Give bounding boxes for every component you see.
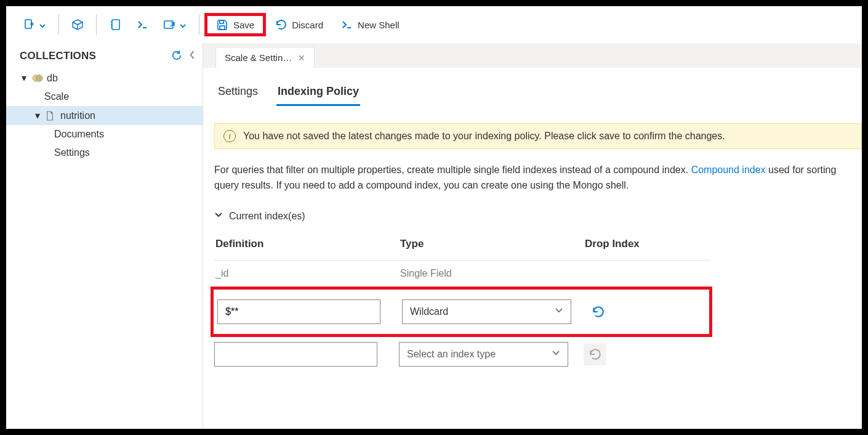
cube-icon <box>71 18 84 31</box>
add-doc-icon <box>23 18 35 31</box>
open-panel-icon <box>163 18 175 31</box>
info-icon: i <box>223 130 236 142</box>
index-table: Definition Type Drop Index _id Single Fi… <box>214 234 710 372</box>
compound-index-link[interactable]: Compound index <box>691 165 766 175</box>
cube-button[interactable] <box>64 14 91 36</box>
svg-rect-14 <box>220 20 223 23</box>
settings-panel: Settings Indexing Policy i You have not … <box>203 68 862 429</box>
svg-line-4 <box>73 22 78 25</box>
col-drop: Drop Index <box>585 238 711 250</box>
index-row-wildcard: Wildcard <box>217 295 709 329</box>
collapse-sidebar-icon[interactable] <box>189 49 195 62</box>
svg-point-18 <box>36 75 42 81</box>
index-row-new: Select an index type <box>214 337 710 372</box>
tab-label: Scale & Settin… <box>225 52 292 63</box>
new-shell-label: New Shell <box>358 20 400 30</box>
type-select-value: Wildcard <box>410 306 448 317</box>
tree-label: db <box>47 73 58 84</box>
alert-text: You have not saved the latest changes ma… <box>243 131 725 142</box>
highlighted-wildcard-row: Wildcard <box>211 287 712 337</box>
col-type: Type <box>400 238 585 250</box>
save-icon <box>216 18 228 31</box>
drop-index-button-disabled <box>584 343 606 365</box>
separator <box>199 14 199 35</box>
sidebar-header: COLLECTIONS <box>6 43 203 66</box>
discard-button[interactable]: Discard <box>266 14 332 36</box>
cell-type: Single Field <box>400 268 585 279</box>
new-collection-dropdown[interactable] <box>15 14 54 36</box>
tree-label: nutrition <box>60 110 95 121</box>
tab-scale-settings[interactable]: Scale & Settin… ✕ <box>215 47 315 68</box>
svg-line-13 <box>171 23 174 26</box>
subtabs: Settings Indexing Policy <box>214 81 862 106</box>
tree-label: Settings <box>54 147 90 158</box>
tree-node-documents[interactable]: Documents <box>6 125 203 144</box>
current-indexes-header[interactable]: Current index(es) <box>214 211 862 222</box>
type-select-placeholder: Select an index type <box>407 349 496 360</box>
database-icon <box>32 73 43 84</box>
notebook-icon <box>109 18 121 31</box>
caret-down-icon: ▾ <box>33 110 42 121</box>
open-dropdown[interactable] <box>156 14 194 36</box>
prompt-icon <box>340 18 353 31</box>
refresh-icon[interactable] <box>171 49 183 62</box>
tree-node-scale[interactable]: Scale <box>6 87 203 106</box>
sidebar-title: COLLECTIONS <box>20 50 96 62</box>
definition-input[interactable] <box>217 299 380 324</box>
col-definition: Definition <box>215 238 400 250</box>
main: Scale & Settin… ✕ Settings Indexing Poli… <box>203 43 862 429</box>
definition-input-new[interactable] <box>214 342 377 367</box>
svg-rect-7 <box>112 20 119 30</box>
svg-line-5 <box>78 22 82 25</box>
chevron-down-icon <box>214 211 223 222</box>
subtab-indexing-policy[interactable]: Indexing Policy <box>276 81 360 106</box>
chevron-down-icon <box>39 21 46 28</box>
desc-part1: For queries that filter on multiple prop… <box>214 165 691 175</box>
chevron-down-icon <box>555 306 563 317</box>
sidebar: COLLECTIONS ▾ db <box>6 43 203 429</box>
separator <box>96 14 97 35</box>
notebook-button[interactable] <box>102 14 129 36</box>
new-shell-button[interactable]: New Shell <box>332 14 408 36</box>
tree-node-settings[interactable]: Settings <box>6 144 203 162</box>
svg-rect-15 <box>220 26 225 30</box>
save-button[interactable]: Save <box>204 13 266 36</box>
tabstrip: Scale & Settin… ✕ <box>203 43 862 68</box>
chevron-down-icon <box>552 349 560 360</box>
tree-node-nutrition[interactable]: ▾ nutrition <box>6 106 203 125</box>
chevron-down-icon <box>179 21 187 28</box>
close-icon[interactable]: ✕ <box>298 53 305 63</box>
undo-icon <box>275 18 287 31</box>
shell-button[interactable] <box>129 14 156 36</box>
collections-tree: ▾ db Scale ▾ nutrition Doc <box>6 66 203 165</box>
index-row-id: _id Single Field <box>214 261 710 287</box>
subtab-settings[interactable]: Settings <box>217 81 259 106</box>
type-select-new[interactable]: Select an index type <box>399 342 568 367</box>
indexing-description: For queries that filter on multiple prop… <box>214 163 862 193</box>
discard-label: Discard <box>292 20 323 30</box>
tree-node-db[interactable]: ▾ db <box>6 68 203 87</box>
tree-label: Documents <box>54 129 104 140</box>
save-label: Save <box>233 20 254 30</box>
section-title: Current index(es) <box>229 211 305 222</box>
tree-label: Scale <box>44 91 69 102</box>
caret-down-icon: ▾ <box>20 72 28 84</box>
drop-index-button[interactable] <box>587 301 609 323</box>
prompt-icon <box>136 18 148 31</box>
index-table-header: Definition Type Drop Index <box>214 234 710 261</box>
unsaved-changes-alert: i You have not saved the latest changes … <box>214 123 862 149</box>
cell-definition: _id <box>215 268 400 279</box>
toolbar: Save Discard New Shell <box>6 6 862 43</box>
document-icon <box>46 110 57 121</box>
separator <box>58 14 59 35</box>
body: COLLECTIONS ▾ db <box>6 43 862 429</box>
app-frame: Save Discard New Shell COLLECTIONS <box>6 6 862 429</box>
type-select[interactable]: Wildcard <box>402 299 571 324</box>
